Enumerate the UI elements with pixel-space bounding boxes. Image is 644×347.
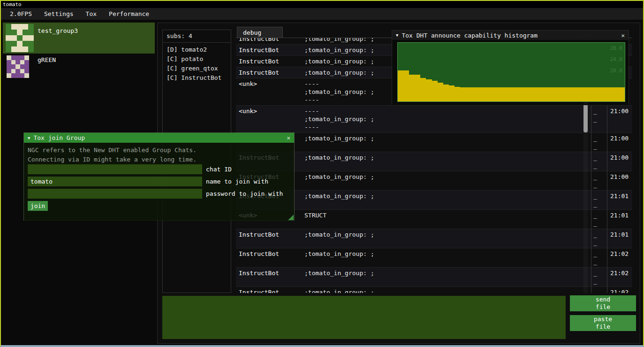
histogram-bar xyxy=(432,81,438,101)
message-text: ;tomato_in_group: ; xyxy=(302,229,591,248)
histogram-bar xyxy=(574,87,579,101)
message-flags: _ _ xyxy=(591,287,607,293)
histogram-bar xyxy=(455,87,460,101)
message-sender: InstructBot xyxy=(236,56,302,67)
message-row[interactable]: InstructBot;tomato_in_group: ;_ _21:01 xyxy=(236,229,632,248)
dht-histogram-window: ▼ Tox DHT announce capability histogram … xyxy=(392,30,629,105)
message-sender: InstructBot xyxy=(236,248,302,268)
collapse-arrow-icon[interactable]: ▼ xyxy=(396,33,398,38)
histogram-bar xyxy=(614,87,619,101)
join-group-window: ▼ Tox join Group × NGC refers to the New… xyxy=(23,132,295,221)
y-axis-tick: 20.0 xyxy=(610,68,623,74)
window-title: tomato xyxy=(1,1,643,8)
member-item-instructbot[interactable]: [C] InstructBot xyxy=(167,74,221,82)
histogram-bar xyxy=(523,87,528,101)
histogram-bar xyxy=(619,87,625,101)
member-item-tomato2[interactable]: [D] tomato2 xyxy=(167,46,207,54)
members-divider xyxy=(163,42,230,43)
message-sender: InstructBot xyxy=(236,38,302,45)
message-row[interactable]: InstructBot;tomato_in_group: ;_ _21:00 xyxy=(236,133,632,152)
message-row[interactable]: <unk>STRUCT_ _21:01 xyxy=(236,210,632,229)
message-input[interactable] xyxy=(162,296,566,339)
menu-bar: 2.0FPS Settings Tox Performance xyxy=(1,8,643,20)
histogram-bar xyxy=(596,87,602,101)
message-flags: _ _ xyxy=(591,152,607,171)
message-row[interactable]: InstructBot;tomato_in_group: ;_ _21:02 xyxy=(236,287,632,293)
message-time: 21:00 xyxy=(607,171,632,191)
member-item-potato[interactable]: [C] potato xyxy=(167,55,203,63)
histogram-bar xyxy=(438,83,443,101)
join-password-input[interactable] xyxy=(28,189,202,199)
resize-grip[interactable] xyxy=(288,215,294,220)
histogram-window-title: Tox DHT announce capability histogram xyxy=(402,32,538,39)
close-icon[interactable]: × xyxy=(287,134,290,141)
fps-indicator[interactable]: 2.0FPS xyxy=(4,8,38,20)
histogram-bar xyxy=(568,87,574,101)
message-text: ---- ;tomato_in_group: ; ---- xyxy=(302,106,591,133)
message-time: 21:02 xyxy=(607,248,632,268)
histogram-bar xyxy=(398,70,403,101)
collapse-arrow-icon[interactable]: ▼ xyxy=(28,136,30,140)
histogram-window-body: 28.0 24.0 20.0 xyxy=(392,40,629,105)
message-text: ;tomato_in_group: ; xyxy=(302,191,591,210)
menu-performance[interactable]: Performance xyxy=(103,8,155,20)
app-window: tomato 2.0FPS Settings Tox Performance t… xyxy=(0,0,644,347)
join-password-label: password to join with xyxy=(206,189,283,199)
histogram-bar xyxy=(539,87,545,101)
message-text: STRUCT xyxy=(302,210,591,229)
menu-tox[interactable]: Tox xyxy=(80,8,103,20)
histogram-bar xyxy=(511,87,517,101)
message-sender: InstructBot xyxy=(236,45,302,56)
histogram-window-titlebar[interactable]: ▼ Tox DHT announce capability histogram … xyxy=(392,31,629,40)
message-row[interactable]: InstructBot;tomato_in_group: ;_ _21:02 xyxy=(236,248,632,268)
message-time: 21:01 xyxy=(607,229,632,248)
join-window-body: NGC refers to the New DHT enabled Group … xyxy=(24,143,294,221)
message-sender: InstructBot xyxy=(236,287,302,293)
tab-debug[interactable]: debug xyxy=(237,27,283,38)
message-sender: InstructBot xyxy=(236,67,302,78)
message-time: 21:02 xyxy=(607,268,632,287)
histogram-bar xyxy=(602,87,607,101)
message-time: 21:01 xyxy=(607,191,632,210)
sidebar-item-gREEN[interactable]: gREEN xyxy=(3,54,155,81)
message-row[interactable]: <unk>---- ;tomato_in_group: ; ----_ _21:… xyxy=(236,106,632,133)
message-sender: <unk> xyxy=(236,78,302,106)
histogram-bar xyxy=(506,87,511,101)
message-flags: _ _ xyxy=(591,229,607,248)
menu-settings[interactable]: Settings xyxy=(38,8,80,20)
histogram-bar xyxy=(500,87,506,101)
histogram-bar xyxy=(460,87,466,101)
join-name-input[interactable] xyxy=(28,177,202,186)
join-description-line: NGC refers to the New DHT enabled Group … xyxy=(28,147,197,154)
histogram-bar xyxy=(557,87,562,101)
close-icon[interactable]: × xyxy=(621,32,625,39)
join-button[interactable]: join xyxy=(28,201,48,211)
message-time: 21:02 xyxy=(607,287,632,293)
chat-id-input[interactable] xyxy=(28,164,202,174)
message-time: 21:00 xyxy=(607,106,632,133)
message-sender: InstructBot xyxy=(236,268,302,287)
message-flags: _ _ xyxy=(591,191,607,210)
join-window-titlebar[interactable]: ▼ Tox join Group × xyxy=(24,133,294,143)
message-row[interactable]: InstructBot;tomato_in_group: ;_ _21:00 xyxy=(236,152,632,171)
histogram-bar xyxy=(449,85,455,101)
message-text: ;tomato_in_group: ; xyxy=(302,133,591,152)
histogram-bar xyxy=(477,87,483,101)
message-row[interactable]: InstructBot;tomato_in_group: ;_ _21:02 xyxy=(236,268,632,287)
paste-file-button[interactable]: paste file xyxy=(570,315,636,331)
message-row[interactable]: InstructBot;tomato_in_group: ;_ _21:01 xyxy=(236,191,632,210)
message-sender: <unk> xyxy=(236,106,302,133)
histogram-bar xyxy=(579,87,585,101)
y-axis-tick: 28.0 xyxy=(610,45,623,51)
send-file-button[interactable]: send file xyxy=(570,295,636,311)
histogram-bar xyxy=(585,87,591,101)
message-text: ;tomato_in_group: ; xyxy=(302,287,591,293)
histogram-bar xyxy=(483,87,488,101)
message-flags: _ _ xyxy=(591,106,607,133)
member-item-green_qtox[interactable]: [C] green_qtox xyxy=(167,64,218,73)
sidebar-item-test_group3[interactable]: test_group3 xyxy=(3,23,155,54)
histogram-bar xyxy=(466,87,471,101)
message-row[interactable]: InstructBot;tomato_in_group: ;_ _21:00 xyxy=(236,171,632,191)
message-flags: _ _ xyxy=(591,248,607,268)
message-sender: InstructBot xyxy=(236,229,302,248)
